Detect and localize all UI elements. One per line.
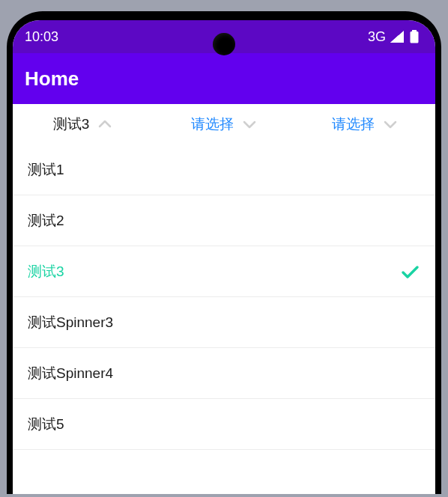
svg-rect-0 <box>412 30 417 31</box>
list-item-label: 测试3 <box>28 262 64 281</box>
phone-frame: 10:03 3G Home 测试3 <box>7 11 441 494</box>
filter-label: 请选择 <box>191 115 234 134</box>
status-network: 3G <box>368 29 386 45</box>
list-item[interactable]: 测试3 <box>13 246 435 297</box>
screen: 10:03 3G Home 测试3 <box>13 20 435 494</box>
check-icon <box>399 261 420 282</box>
page-title: Home <box>25 67 79 91</box>
list-item-label: 测试Spinner3 <box>28 313 113 332</box>
filter-dropdown-2[interactable]: 请选择 <box>154 115 294 134</box>
list-item-label: 测试2 <box>28 211 64 231</box>
list-item[interactable]: 测试5 <box>13 399 435 450</box>
filter-label: 测试3 <box>53 115 90 134</box>
list-item[interactable]: 测试Spinner4 <box>13 348 435 399</box>
phone-inner: 10:03 3G Home 测试3 <box>10 16 438 494</box>
filter-dropdown-1[interactable]: 测试3 <box>13 115 154 134</box>
filter-row: 测试3 请选择 请选择 <box>13 104 435 144</box>
status-time: 10:03 <box>25 29 58 45</box>
app-bar: Home <box>13 53 435 104</box>
camera-notch <box>213 33 235 55</box>
chevron-down-icon <box>382 116 399 132</box>
list-item[interactable]: 测试Spinner3 <box>13 297 435 348</box>
status-right: 3G <box>368 29 419 45</box>
chevron-down-icon <box>241 116 258 132</box>
signal-icon <box>390 31 405 43</box>
chevron-up-icon <box>97 116 113 132</box>
options-list: 测试1 测试2 测试3 测试Spinner3 测试Spinner4 <box>13 144 435 450</box>
svg-rect-1 <box>411 31 419 43</box>
battery-icon <box>410 30 419 43</box>
list-item[interactable]: 测试1 <box>13 144 435 195</box>
list-item[interactable]: 测试2 <box>13 195 435 246</box>
list-item-label: 测试5 <box>28 415 64 434</box>
list-item-label: 测试Spinner4 <box>28 364 113 383</box>
filter-label: 请选择 <box>332 115 375 134</box>
list-item-label: 测试1 <box>28 160 64 180</box>
status-left: 10:03 <box>25 29 58 45</box>
filter-dropdown-3[interactable]: 请选择 <box>294 115 435 134</box>
